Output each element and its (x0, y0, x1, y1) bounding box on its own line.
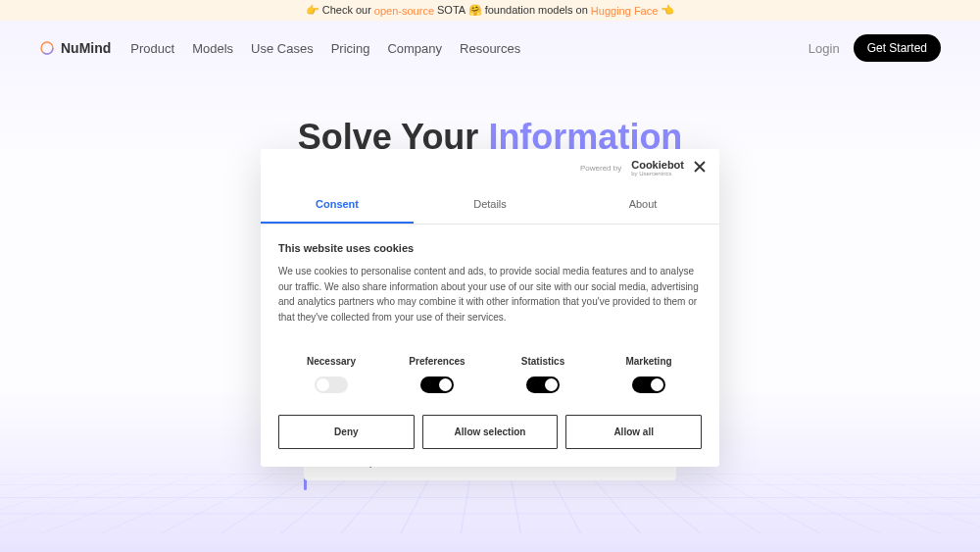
cookie-modal-overlay: Powered by Cookiebot by Usercentrics Con… (0, 0, 980, 552)
powered-by-text: Powered by (580, 164, 621, 173)
toggle-row: Necessary Preferences Statistics Marketi… (261, 342, 719, 403)
modal-body: This website uses cookies We use cookies… (261, 225, 719, 342)
tab-about[interactable]: About (566, 186, 719, 224)
toggle-necessary: Necessary (278, 356, 384, 397)
cookie-title: This website uses cookies (278, 242, 702, 254)
cookie-modal: Powered by Cookiebot by Usercentrics Con… (261, 149, 719, 467)
toggle-preferences-switch[interactable] (420, 376, 454, 393)
tab-details[interactable]: Details (414, 186, 566, 224)
cookie-description: We use cookies to personalise content an… (278, 264, 702, 325)
toggle-statistics-switch[interactable] (526, 376, 560, 393)
allow-all-button[interactable]: Allow all (565, 415, 702, 449)
close-button[interactable] (694, 159, 706, 176)
close-icon (694, 161, 706, 173)
deny-button[interactable]: Deny (278, 415, 415, 449)
modal-tabs: Consent Details About (261, 186, 719, 225)
cookiebot-logo[interactable]: Cookiebot by Usercentrics (631, 159, 684, 176)
toggle-marketing: Marketing (596, 356, 702, 397)
toggle-necessary-switch (315, 376, 348, 393)
modal-header: Powered by Cookiebot by Usercentrics (261, 149, 719, 186)
toggle-statistics: Statistics (490, 356, 596, 397)
toggle-marketing-switch[interactable] (632, 376, 665, 393)
tab-consent[interactable]: Consent (261, 186, 414, 224)
button-row: Deny Allow selection Allow all (261, 403, 719, 467)
toggle-preferences: Preferences (384, 356, 490, 397)
allow-selection-button[interactable]: Allow selection (422, 415, 559, 449)
